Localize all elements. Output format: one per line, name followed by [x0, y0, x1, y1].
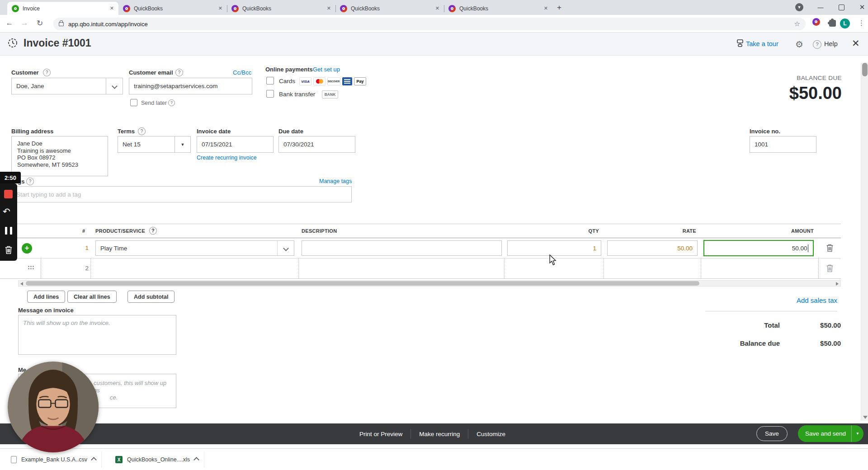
delete-recording-trash-icon[interactable]	[5, 245, 13, 256]
delete-row-trash-icon[interactable]	[826, 244, 834, 254]
scrollbar-thumb[interactable]	[26, 281, 699, 286]
window-maximize-button[interactable]	[831, 0, 852, 14]
undo-icon[interactable]: ↶	[3, 206, 10, 217]
tab-close-icon[interactable]: ✕	[327, 5, 331, 11]
tab-quickbooks-2[interactable]: QuickBooks ✕	[227, 2, 335, 15]
extensions-puzzle-icon[interactable]	[829, 20, 836, 28]
bank-transfer-checkbox[interactable]	[266, 90, 274, 98]
statement-placeholder-line: ce.	[110, 394, 171, 401]
add-lines-button[interactable]: Add lines	[27, 291, 65, 303]
tab-close-icon[interactable]: ✕	[110, 5, 114, 11]
tab-close-icon[interactable]: ✕	[435, 5, 439, 11]
invoice-no-input[interactable]: 1001	[750, 136, 816, 153]
page-close-icon[interactable]: ✕	[852, 38, 860, 49]
quickbooks-invoice-window: Invoice ✕ QuickBooks ✕ QuickBooks ✕ Quic…	[0, 0, 868, 470]
customer-value: Doe, Jane	[16, 83, 44, 89]
page-vertical-scrollbar[interactable]	[861, 63, 868, 421]
new-tab-button[interactable]: +	[557, 3, 561, 12]
download-file-name: Example_Bank U.S.A..csv	[21, 456, 87, 463]
help-icon[interactable]: ?	[813, 40, 821, 49]
maximize-icon	[839, 5, 844, 10]
address-bar[interactable]: app.qbo.intuit.com/app/invoice ☆	[53, 18, 806, 30]
cc-bcc-link[interactable]: Cc/Bcc	[233, 69, 251, 76]
excel-file-icon: X	[115, 456, 123, 463]
reload-icon[interactable]: ↻	[34, 19, 45, 28]
create-recurring-invoice-link[interactable]: Create recurring invoice	[197, 155, 257, 161]
tags-input[interactable]	[11, 186, 352, 202]
table-horizontal-scrollbar[interactable]	[18, 280, 841, 287]
chevron-up-icon[interactable]	[91, 457, 97, 463]
add-sales-tax-link[interactable]: Add sales tax	[747, 296, 837, 304]
manage-tags-link[interactable]: Manage tags	[319, 178, 352, 184]
gear-icon[interactable]: ⚙	[795, 39, 803, 50]
save-and-send-button[interactable]: Save and send ▼	[798, 425, 863, 442]
send-later-checkbox[interactable]	[130, 99, 137, 106]
balance-due-label: BALANCE DUE	[706, 75, 842, 81]
scroll-left-arrow[interactable]	[20, 282, 23, 286]
chevron-up-icon[interactable]	[193, 457, 199, 463]
download-item-csv[interactable]: Example_Bank U.S.A..csv	[5, 451, 102, 468]
recording-timer-badge: 2:50	[0, 172, 21, 183]
send-later-help-icon[interactable]: ?	[168, 99, 175, 106]
add-row-plus-icon[interactable]: +	[22, 243, 32, 254]
help-label[interactable]: Help	[824, 40, 838, 47]
chevron-down-icon[interactable]: ▼	[852, 432, 863, 436]
customer-select[interactable]: Doe, Jane	[11, 78, 123, 94]
rate-input[interactable]: 50.00	[607, 240, 698, 256]
clear-all-lines-button[interactable]: Clear all lines	[67, 291, 117, 303]
tab-invoice[interactable]: Invoice ✕	[7, 2, 118, 15]
qty-input[interactable]: 1	[507, 240, 601, 256]
billing-line: PO Box 08972	[17, 154, 102, 161]
window-close-button[interactable]: ✕	[852, 0, 868, 14]
message-on-invoice-textarea[interactable]	[18, 315, 176, 355]
amount-input-focused[interactable]: 50.00	[703, 240, 814, 256]
due-date-input[interactable]: 07/30/2021	[278, 136, 355, 153]
tab-quickbooks-4[interactable]: QuickBooks ✕	[444, 2, 552, 15]
tab-close-icon[interactable]: ✕	[218, 5, 222, 11]
drag-handle-icon[interactable]	[28, 266, 34, 269]
tab-quickbooks-3[interactable]: QuickBooks ✕	[335, 2, 444, 15]
download-item-xls[interactable]: X QuickBooks_Online....xls	[110, 451, 204, 468]
product-help-icon[interactable]: ?	[149, 227, 157, 235]
print-or-preview-button[interactable]: Print or Preview	[359, 431, 402, 437]
tab-close-icon[interactable]: ✕	[544, 5, 548, 11]
back-icon[interactable]: ←	[4, 19, 15, 28]
add-subtotal-button[interactable]: Add subtotal	[127, 291, 175, 303]
customer-email-input[interactable]: training@setapartservices.com	[129, 78, 252, 94]
chevron-down-icon[interactable]	[277, 241, 294, 255]
cards-checkbox[interactable]	[266, 77, 274, 85]
save-button[interactable]: Save	[756, 426, 788, 441]
terms-select[interactable]: Net 15 ▼	[118, 136, 191, 153]
product-service-select[interactable]: Play Time	[95, 240, 294, 256]
scroll-down-arrow[interactable]	[863, 416, 868, 419]
make-recurring-button[interactable]: Make recurring	[419, 431, 460, 437]
invoice-date-input[interactable]: 07/15/2021	[197, 136, 274, 153]
terms-help-icon[interactable]: ?	[138, 127, 146, 135]
get-set-up-link[interactable]: Get set up	[313, 66, 340, 73]
browser-menu-icon[interactable]: ⋮	[858, 19, 865, 27]
forward-icon[interactable]: →	[19, 19, 30, 28]
description-input[interactable]	[302, 240, 502, 256]
billing-address-box[interactable]: Jane Doe Training is awesome PO Box 0897…	[11, 136, 108, 176]
customer-help-icon[interactable]: ?	[43, 69, 51, 76]
chevron-down-icon[interactable]	[106, 78, 123, 94]
col-amount: AMOUNT	[769, 228, 814, 234]
delete-row-trash-icon[interactable]	[826, 264, 834, 274]
quickbooks-extension-icon[interactable]	[812, 18, 820, 27]
chevron-down-icon[interactable]: ▼	[175, 136, 190, 152]
bookmark-star-icon[interactable]: ☆	[794, 20, 800, 28]
window-minimize-button[interactable]: —	[810, 0, 831, 14]
invoice-history-clock-icon[interactable]	[7, 38, 18, 50]
tab-quickbooks-1[interactable]: QuickBooks ✕	[118, 2, 227, 15]
customize-button[interactable]: Customize	[476, 431, 505, 437]
tags-help-icon[interactable]: ?	[26, 178, 34, 185]
profile-avatar[interactable]: L	[840, 19, 850, 28]
stop-recording-button[interactable]	[4, 190, 13, 198]
url-text[interactable]: app.qbo.intuit.com/app/invoice	[68, 21, 794, 28]
scroll-right-arrow[interactable]	[836, 282, 839, 286]
customer-email-help-icon[interactable]: ?	[175, 69, 183, 76]
pause-icon[interactable]	[5, 227, 12, 235]
take-a-tour-link[interactable]: Take a tour	[746, 40, 778, 47]
tab-search-button[interactable]: ▼	[789, 0, 810, 14]
scrollbar-thumb[interactable]	[862, 63, 868, 76]
